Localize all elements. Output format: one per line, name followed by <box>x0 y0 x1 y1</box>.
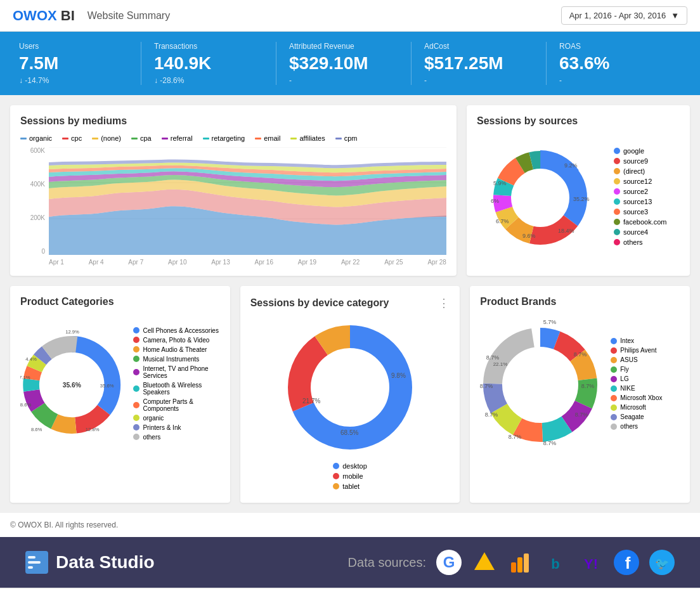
stat-roas-change: - <box>559 76 668 85</box>
stat-users-change: -14.7% <box>19 76 128 85</box>
svg-text:G: G <box>443 553 455 571</box>
sessions-by-sources-title: Sessions by sources <box>477 115 680 127</box>
device-donut-svg: 9.8% 68.5% 21.7% <box>280 318 420 457</box>
svg-point-43 <box>313 351 387 424</box>
row-2: Product Categories <box>10 286 690 503</box>
svg-text:22.1%: 22.1% <box>493 361 508 367</box>
data-studio-icon <box>25 551 48 574</box>
date-range-label: Apr 1, 2016 - Apr 30, 2016 <box>569 11 666 20</box>
stat-adcost: AdCost $517.25M - <box>412 42 547 85</box>
svg-rect-76 <box>517 557 522 573</box>
svg-text:21.7%: 21.7% <box>302 398 320 405</box>
stat-transactions-change: -28.6% <box>154 76 263 85</box>
dropdown-icon: ▼ <box>671 11 679 20</box>
legend-affiliates-label: affiliates <box>299 134 325 142</box>
product-categories-title: Product Categories <box>20 296 220 307</box>
yahoo-icon: Y! <box>578 550 604 575</box>
sessions-by-device-card: Sessions by device category ⋮ 9.8% 68.5%… <box>240 286 460 503</box>
svg-text:35.6%: 35.6% <box>100 383 114 389</box>
categories-donut-container: 35.6% 12.9% 35.6% 12.8% 8.6% 8.6% 7.1% 4… <box>20 315 220 455</box>
facebook-icon: f <box>614 550 639 575</box>
svg-text:9.8%: 9.8% <box>391 372 406 379</box>
svg-rect-77 <box>524 553 529 573</box>
device-chart-container: 9.8% 68.5% 21.7% desktop mobile tablet <box>250 318 450 493</box>
device-legend: desktop mobile tablet <box>333 462 367 493</box>
sources-donut-svg: 9.2% 35.2% 18.4% 9.6% 6.7% 6% 5.9% <box>477 134 604 261</box>
legend-affiliates: affiliates <box>290 134 325 142</box>
svg-text:8.7%: 8.7% <box>485 411 498 418</box>
legend-organic: organic <box>20 134 52 142</box>
main-content: Sessions by mediums organic cpc (none) c… <box>0 95 700 513</box>
row-1: Sessions by mediums organic cpc (none) c… <box>10 105 690 276</box>
brands-legend: Intex Philips Avent ASUS Fly LG NIKE Mic… <box>611 337 662 432</box>
stat-revenue-value: $329.10M <box>289 53 398 74</box>
more-options-icon[interactable]: ⋮ <box>438 296 450 310</box>
stat-transactions-value: 140.9K <box>154 53 263 74</box>
legend-retargeting-label: retargeting <box>212 134 245 142</box>
legend-referral: referral <box>162 134 193 142</box>
stat-revenue-label: Attributed Revenue <box>289 42 398 51</box>
sources-legend: google source9 (direct) source12 source2… <box>614 147 666 249</box>
stat-users: Users 7.5M -14.7% <box>19 42 141 85</box>
svg-rect-70 <box>28 561 41 564</box>
svg-text:8.6%: 8.6% <box>20 402 31 408</box>
svg-text:9.6%: 9.6% <box>522 233 536 239</box>
footer-copyright: © OWOX BI. All rights reserved. <box>0 513 700 537</box>
footer-bar: Data Studio Data sources: G b Y! f <box>0 537 700 588</box>
svg-text:4.4%: 4.4% <box>25 356 37 362</box>
mediums-legend: organic cpc (none) cpa referral <box>20 134 446 142</box>
svg-text:6%: 6% <box>491 198 499 204</box>
stat-adcost-value: $517.25M <box>424 53 533 74</box>
stat-roas: ROAS 63.6% - <box>547 42 681 85</box>
footer-sources-label: Data sources: <box>348 555 426 570</box>
svg-text:8.7%: 8.7% <box>543 440 557 446</box>
svg-text:🐦: 🐦 <box>655 557 670 571</box>
headphones-label: organic <box>143 415 164 422</box>
stat-roas-label: ROAS <box>559 42 668 51</box>
legend-referral-label: referral <box>171 134 193 142</box>
sessions-by-device-title: Sessions by device category <box>250 297 439 309</box>
svg-text:8.7%: 8.7% <box>480 383 493 389</box>
stats-bar: Users 7.5M -14.7% Transactions 140.9K -2… <box>0 32 700 95</box>
bing-icon: b <box>543 550 568 575</box>
svg-text:b: b <box>551 556 559 572</box>
svg-text:Y!: Y! <box>584 556 598 572</box>
mediums-svg <box>49 147 446 255</box>
logo: OWOX BI <box>13 8 75 24</box>
mediums-chart-container: 600K 400K 200K 0 <box>20 147 446 257</box>
stat-transactions: Transactions 140.9K -28.6% <box>141 42 276 85</box>
sessions-by-sources-card: Sessions by sources <box>467 105 690 276</box>
copyright-text: © OWOX BI. All rights reserved. <box>10 521 118 529</box>
twitter-icon: 🐦 <box>649 550 675 575</box>
stat-adcost-change: - <box>424 76 533 85</box>
svg-text:12.8%: 12.8% <box>86 427 100 432</box>
product-brands-card: Product Brands <box>470 286 690 503</box>
svg-text:6.7%: 6.7% <box>496 218 509 224</box>
legend-cpc-label: cpc <box>71 134 82 142</box>
date-range-picker[interactable]: Apr 1, 2016 - Apr 30, 2016 ▼ <box>561 6 687 25</box>
footer-brand-text: Data Studio <box>56 552 155 573</box>
legend-organic-label: organic <box>29 134 52 142</box>
product-brands-title: Product Brands <box>480 296 680 307</box>
legend-none: (none) <box>92 134 121 142</box>
legend-cpm: cpm <box>335 134 358 142</box>
svg-rect-71 <box>28 566 33 569</box>
footer-sources: Data sources: G b Y! f <box>348 550 675 575</box>
x-axis: Apr 1Apr 4Apr 7Apr 10 Apr 13Apr 16Apr 19… <box>20 259 446 266</box>
sessions-by-mediums-card: Sessions by mediums organic cpc (none) c… <box>10 105 457 276</box>
svg-text:18.4%: 18.4% <box>558 228 574 234</box>
google-ads-icon <box>472 550 497 575</box>
google-icon: G <box>436 550 462 575</box>
svg-text:8.7%: 8.7% <box>581 383 595 389</box>
svg-text:5.9%: 5.9% <box>493 180 507 186</box>
categories-donut-svg: 35.6% 12.9% 35.6% 12.8% 8.6% 8.6% 7.1% 4… <box>20 315 123 455</box>
svg-marker-74 <box>474 552 495 570</box>
svg-text:5.7%: 5.7% <box>543 319 557 325</box>
svg-text:68.5%: 68.5% <box>340 429 358 436</box>
header: OWOX BI Website Summary Apr 1, 2016 - Ap… <box>0 0 700 32</box>
svg-text:f: f <box>625 553 631 573</box>
svg-text:35.6%: 35.6% <box>63 382 81 389</box>
svg-point-13 <box>512 170 568 226</box>
stat-users-label: Users <box>19 42 128 51</box>
stat-transactions-label: Transactions <box>154 42 263 51</box>
